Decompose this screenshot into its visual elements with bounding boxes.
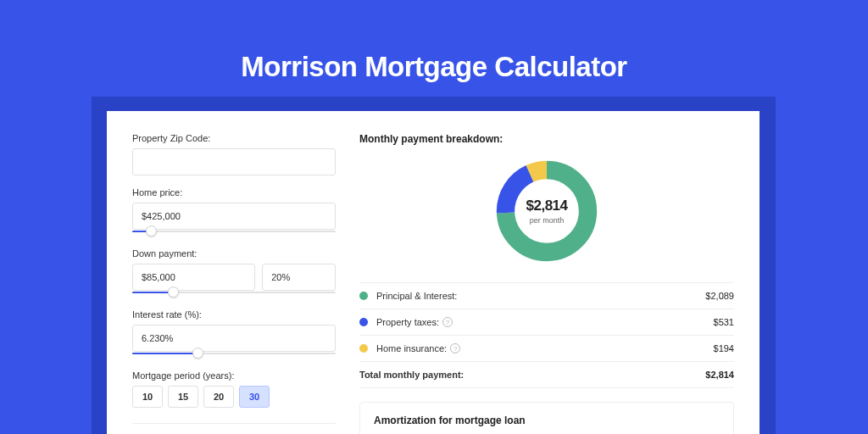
legend-dot: [359, 344, 368, 353]
breakdown-list: Principal & Interest:$2,089Property taxe…: [359, 282, 734, 388]
home-price-input[interactable]: [132, 203, 336, 230]
breakdown-item-label: Property taxes:?: [376, 317, 714, 327]
legend-dot: [359, 292, 368, 300]
breakdown-row: Home insurance:?$194: [359, 336, 734, 362]
home-price-label: Home price:: [132, 187, 336, 198]
info-icon[interactable]: ?: [450, 343, 460, 353]
interest-label: Interest rate (%):: [132, 309, 336, 320]
period-label: Mortgage period (years):: [132, 370, 336, 381]
total-label: Total monthly payment:: [359, 370, 705, 380]
field-home-price: Home price:: [132, 187, 336, 236]
down-payment-pct-input[interactable]: [262, 264, 336, 291]
breakdown-total-row: Total monthly payment:$2,814: [359, 362, 734, 388]
inputs-column: Property Zip Code: Home price: Down paym…: [132, 133, 336, 434]
donut-center-sub: per month: [530, 216, 565, 225]
field-zip: Property Zip Code:: [132, 133, 336, 175]
info-icon[interactable]: ?: [442, 317, 453, 327]
page-title: Morrison Mortgage Calculator: [0, 51, 868, 83]
interest-input[interactable]: [132, 325, 336, 352]
breakdown-item-label: Principal & Interest:: [376, 291, 705, 301]
down-payment-input[interactable]: [132, 264, 255, 291]
divider: [132, 423, 336, 424]
field-period: Mortgage period (years): 10152030: [132, 370, 336, 408]
slider-thumb[interactable]: [146, 225, 157, 236]
breakdown-row: Principal & Interest:$2,089: [359, 283, 734, 309]
breakdown-row: Property taxes:?$531: [359, 309, 734, 336]
amortization-title: Amortization for mortgage loan: [374, 415, 720, 426]
zip-input[interactable]: [132, 148, 336, 175]
payment-donut-chart: $2,814 per month: [492, 157, 601, 265]
field-down-payment: Down payment:: [132, 248, 336, 298]
down-payment-label: Down payment:: [132, 248, 336, 259]
period-option-30[interactable]: 30: [239, 386, 270, 408]
home-price-slider[interactable]: [132, 228, 336, 236]
amortization-card: Amortization for mortgage loan Amortizat…: [359, 402, 734, 434]
calculator-panel: Property Zip Code: Home price: Down paym…: [107, 111, 760, 434]
breakdown-item-value: $2,089: [705, 291, 734, 301]
breakdown-item-value: $531: [714, 317, 734, 327]
breakdown-title: Monthly payment breakdown:: [359, 133, 734, 145]
slider-thumb[interactable]: [168, 287, 179, 298]
total-value: $2,814: [705, 370, 734, 380]
breakdown-column: Monthly payment breakdown: $2,814 per mo…: [359, 133, 734, 434]
breakdown-item-label: Home insurance:?: [376, 343, 714, 353]
down-payment-slider[interactable]: [132, 289, 336, 298]
donut-center-amount: $2,814: [526, 198, 568, 214]
period-option-20[interactable]: 20: [203, 386, 234, 408]
slider-thumb[interactable]: [192, 348, 203, 359]
legend-dot: [359, 318, 368, 326]
interest-slider[interactable]: [132, 350, 336, 359]
period-option-10[interactable]: 10: [132, 386, 163, 408]
period-option-15[interactable]: 15: [168, 386, 198, 408]
breakdown-item-value: $194: [714, 343, 734, 353]
zip-label: Property Zip Code:: [132, 133, 336, 143]
field-interest: Interest rate (%):: [132, 309, 336, 359]
